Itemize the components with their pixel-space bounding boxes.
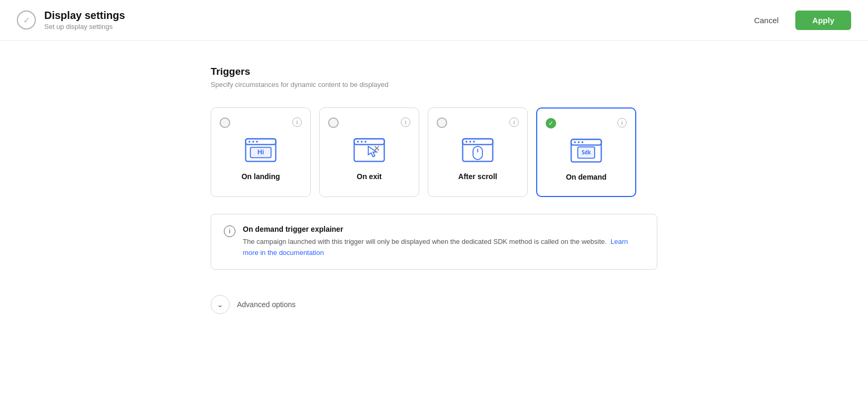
- radio-on-exit[interactable]: [328, 117, 339, 128]
- card-top-on-exit: i: [328, 117, 410, 128]
- on-landing-label: On landing: [241, 172, 280, 181]
- after-scroll-icon: [459, 135, 497, 165]
- svg-point-2: [249, 141, 251, 143]
- svg-point-4: [256, 141, 258, 143]
- cancel-button[interactable]: Cancel: [746, 12, 787, 29]
- svg-point-10: [361, 141, 363, 143]
- apply-button[interactable]: Apply: [795, 11, 851, 30]
- svg-point-24: [578, 141, 580, 143]
- explainer-body: The campaign launched with this trigger …: [243, 237, 644, 259]
- svg-point-16: [466, 141, 468, 143]
- svg-text:Sdk: Sdk: [581, 150, 591, 155]
- card-top-after-scroll: i: [437, 117, 519, 128]
- on-exit-icon: [350, 135, 388, 165]
- triggers-subtitle: Specify circumstances for dynamic conten…: [211, 81, 657, 88]
- info-icon-on-exit[interactable]: i: [401, 117, 410, 127]
- info-icon-after-scroll[interactable]: i: [509, 117, 519, 127]
- card-top-on-demand: ✓ i: [546, 118, 627, 129]
- trigger-card-on-exit[interactable]: i On exit: [319, 107, 419, 197]
- explainer-box: i On demand trigger explainer The campai…: [211, 214, 657, 270]
- trigger-cards-container: i Hi On landing: [211, 107, 657, 197]
- svg-point-23: [574, 141, 576, 143]
- on-landing-icon: Hi: [242, 135, 280, 165]
- header-title-group: Display settings Set up display settings: [44, 9, 125, 31]
- explainer-content: On demand trigger explainer The campaign…: [243, 225, 644, 259]
- radio-on-landing[interactable]: [220, 117, 230, 128]
- header-actions: Cancel Apply: [746, 11, 851, 30]
- svg-point-9: [357, 141, 359, 143]
- radio-after-scroll[interactable]: [437, 117, 447, 128]
- page-header: ✓ Display settings Set up display settin…: [0, 0, 868, 41]
- card-top-on-landing: i: [220, 117, 302, 128]
- chevron-down-icon[interactable]: ⌄: [211, 295, 230, 314]
- trigger-card-after-scroll[interactable]: i After scroll: [428, 107, 528, 197]
- svg-point-17: [469, 141, 471, 143]
- page-subtitle: Set up display settings: [44, 23, 125, 31]
- svg-point-25: [581, 141, 584, 143]
- triggers-title: Triggers: [211, 66, 657, 77]
- after-scroll-label: After scroll: [458, 172, 497, 181]
- radio-on-demand[interactable]: ✓: [546, 118, 556, 129]
- triggers-section: Triggers Specify circumstances for dynam…: [211, 66, 657, 270]
- trigger-card-on-demand[interactable]: ✓ i Sdk On demand: [536, 107, 636, 197]
- trigger-card-on-landing[interactable]: i Hi On landing: [211, 107, 311, 197]
- svg-point-3: [252, 141, 254, 143]
- advanced-options[interactable]: ⌄ Advanced options: [211, 295, 657, 314]
- info-icon-on-landing[interactable]: i: [292, 117, 302, 127]
- explainer-info-icon: i: [224, 225, 235, 237]
- info-icon-on-demand[interactable]: i: [617, 118, 627, 127]
- main-content: Triggers Specify circumstances for dynam…: [0, 41, 868, 339]
- page-title: Display settings: [44, 9, 125, 22]
- explainer-title: On demand trigger explainer: [243, 225, 644, 233]
- header-left: ✓ Display settings Set up display settin…: [17, 9, 125, 31]
- status-check-icon: ✓: [17, 11, 36, 30]
- on-demand-icon: Sdk: [567, 136, 605, 165]
- on-demand-label: On demand: [566, 173, 606, 181]
- svg-rect-19: [473, 146, 482, 160]
- svg-text:Hi: Hi: [258, 149, 264, 156]
- svg-point-18: [473, 141, 475, 143]
- svg-point-11: [364, 141, 367, 143]
- advanced-options-label: Advanced options: [237, 300, 295, 309]
- on-exit-label: On exit: [357, 172, 381, 181]
